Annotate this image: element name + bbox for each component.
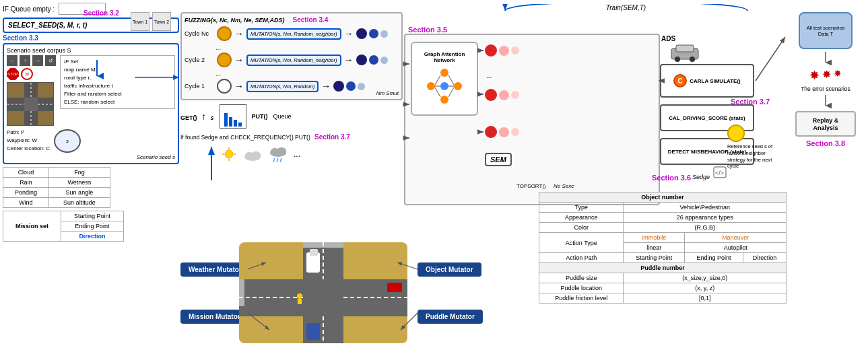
cycle-2-row: Cycle 2 → MUTATION(s, Nm, Random_neighbo… — [185, 52, 399, 67]
error-label: The error scenarios — [787, 85, 865, 92]
svg-rect-59 — [310, 249, 318, 256]
ref-seed-oval — [727, 125, 745, 142]
cycle-1-label: Cycle 1 — [185, 83, 214, 90]
right-down-arrow1 — [819, 52, 832, 65]
puddle-size-value: (x_size,y_size,0) — [624, 273, 787, 283]
center-label: Center location: C — [7, 145, 50, 153]
svg-text:↑: ↑ — [33, 88, 36, 94]
if-found-text: If found Sedge and CHECK_FREQUENCY() PUT… — [180, 134, 310, 141]
arrow3: → — [234, 55, 244, 65]
put-box: PUT() — [252, 113, 268, 120]
corpus-label: Scenario seed corpus S — [7, 47, 175, 54]
reference-seed-area: Reference seed s of random neighbor stra… — [727, 125, 781, 170]
puddle-mutator-btn[interactable]: Puddle Mutator — [418, 310, 483, 324]
if-queue-label: IF Queue empty : — [3, 5, 55, 13]
svg-rect-51 — [239, 279, 407, 316]
arrow6: → — [321, 81, 331, 92]
cycle-1-row: Cycle 1 → MUTATION(s, Nm, Random) → — [185, 79, 399, 94]
appearance-label: Appearance — [539, 213, 624, 223]
svg-line-37 — [448, 87, 454, 97]
mutation2-text: MUTATION(s, Nm, Random_neighbor) — [251, 57, 337, 63]
object-mutator-btn[interactable]: Object Mutator — [418, 262, 481, 277]
error-scenarios-area: ✸ ✸ ✸ — [787, 68, 865, 83]
ponding-cell: Ponding — [3, 188, 49, 198]
section35-box: Section 3.5 Graph Attention Network — [404, 34, 660, 205]
ne-sexc-label: Ne Sexc — [554, 183, 574, 189]
mutation1-text: MUTATION(s, Nm, Random_neighbor) — [251, 31, 337, 37]
ellipsis-weather: ... — [294, 149, 300, 159]
scenario-seed-label: Scenario seed s — [7, 154, 175, 160]
error-star1: ✸ — [809, 68, 820, 83]
fuzzing-box: FUZZING(s, Nc, Nm, Ne, SEM,ADS) Section … — [180, 12, 403, 100]
puddle-friction-value: [0,1] — [624, 293, 787, 304]
cycle-2-label: Cycle 2 — [185, 57, 214, 63]
get-put-area: GET() ↑ s PUT() Queue — [180, 104, 403, 129]
type-value: Vehicle\Pedestrian — [624, 203, 787, 213]
speed-sign: 30 — [21, 68, 33, 80]
weather-icons: ... — [221, 145, 403, 164]
object-number-header: Object number — [539, 192, 787, 203]
starting-point-cell: Starting Point — [61, 211, 123, 221]
object-table-panel: Object number Type Vehicle\Pedestrian Ap… — [539, 192, 787, 304]
town2-box: Town 2 — [152, 12, 171, 31]
gan-box: Graph Attention Network — [411, 42, 478, 116]
carla-label: CARLA SIMULATE() — [690, 78, 741, 84]
db-cylinder: All test scenarios Data T — [799, 12, 853, 49]
svg-point-29 — [440, 82, 448, 90]
replay-box: Replay & Analysis — [795, 111, 856, 137]
mission-mutator-btn[interactable]: Mission Mutator — [180, 310, 248, 324]
seed-oval: s — [54, 129, 81, 153]
type-label: Type — [539, 203, 624, 213]
svg-line-25 — [277, 158, 278, 162]
error-star2: ✸ — [822, 68, 831, 83]
ending-point-cell: Ending Point — [61, 221, 123, 232]
reference-text: Reference seed s of random neighbor stra… — [727, 143, 781, 170]
puddle-location-label: Puddle location — [539, 283, 624, 293]
left-down-arrow — [90, 60, 104, 80]
sec35-row-nc — [485, 44, 519, 57]
cloud-cell: Cloud — [3, 168, 49, 178]
if-set-label: IF Set — [64, 58, 171, 66]
puddle-number-header: Puddle number — [539, 263, 787, 273]
mission-set-header: Mission set — [3, 211, 61, 242]
svg-line-26 — [280, 158, 281, 162]
action-path-label: Action Path — [539, 253, 624, 263]
svg-point-13 — [225, 150, 233, 158]
puddle-friction-label: Puddle friction level — [539, 293, 624, 304]
select-seed-box: SELECT_SEED(S, M, r, t) Town 1 Town 2 — [3, 17, 179, 33]
all-test-label: All test scenarios Data T — [803, 25, 848, 37]
right-panel: All test scenarios Data T ✸ ✸ ✸ The erro… — [787, 12, 865, 147]
sign-right: → — [32, 55, 43, 66]
if-found-box: If found Sedge and CHECK_FREQUENCY() PUT… — [180, 133, 403, 142]
fuzzing-panel: FUZZING(s, Nc, Nm, Ne, SEM,ADS) Section … — [180, 12, 403, 164]
color-value: (R,G,B) — [624, 223, 787, 233]
sec35-row-2 — [485, 89, 519, 101]
ellipsis-row2: ... — [215, 70, 399, 77]
section37-small: Section 3.7 — [314, 133, 350, 141]
autopilot-cell: Autopilot — [685, 243, 787, 253]
svg-point-27 — [427, 82, 435, 90]
cal-label: CAL_DRIVING_SCORE (state) — [669, 115, 745, 121]
main-container: Train(SEM,T) IF Queue empty : Section 3.… — [0, 0, 868, 352]
svg-line-24 — [273, 158, 275, 162]
road-type-label: road type r, — [64, 74, 171, 82]
car-svg — [668, 42, 702, 62]
intersection-svg: ↑ ↑ — [7, 83, 54, 126]
section36-label: Section 3.6 — [652, 174, 691, 182]
svg-rect-63 — [298, 299, 302, 304]
train-label: Train(SEM,T) — [606, 4, 646, 11]
cycle-2-oval — [217, 52, 232, 67]
sec35-dots-mid: ... — [486, 72, 492, 79]
nm-smut-label: Nm Smut — [376, 90, 399, 96]
carla-simulate-box: C CARLA SIMULATE() — [660, 64, 754, 98]
svg-rect-60 — [387, 283, 402, 292]
mutation1-box: MUTATION(s, Nm, Random_neighbor) — [246, 28, 341, 40]
color-label: Color — [539, 223, 624, 233]
section32-label: Section 3.2 — [84, 9, 119, 17]
svg-line-34 — [435, 87, 440, 97]
puddle-location-value: (x, y, z) — [624, 283, 787, 293]
path-label: Path: P — [7, 129, 50, 137]
svg-line-33 — [435, 75, 440, 85]
get-box: GET() ↑ s — [180, 111, 214, 122]
gan-title: Graph Attention Network — [415, 51, 474, 63]
